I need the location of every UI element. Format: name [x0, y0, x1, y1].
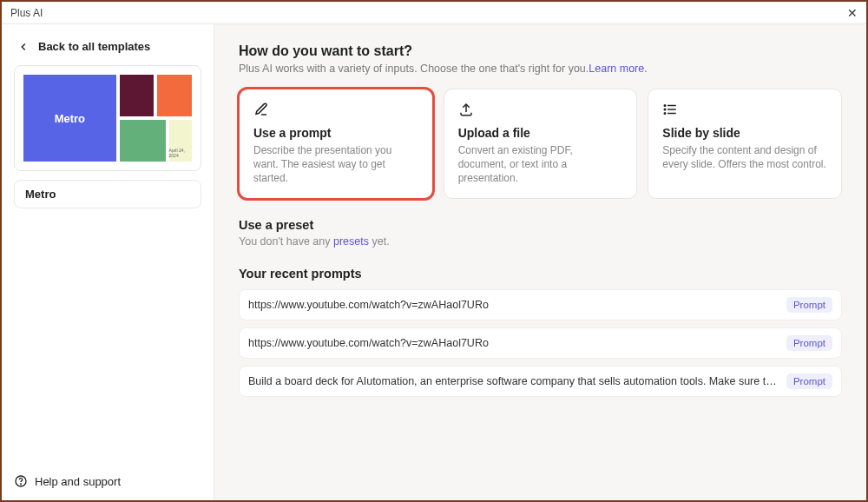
upload-icon — [458, 102, 474, 117]
preset-empty-text: You don't have any presets yet. — [239, 235, 842, 248]
svg-point-8 — [665, 113, 667, 115]
recent-prompt-item[interactable]: Build a board deck for AIutomation, an e… — [239, 366, 842, 397]
preset-section-title: Use a preset — [239, 218, 842, 232]
titlebar: Plus AI ✕ — [2, 2, 866, 24]
template-thumbnail: Metro April 24, 2024 — [23, 75, 192, 162]
thumbnail-tile: April 24, 2024 — [169, 120, 192, 162]
thumbnail-tile — [120, 75, 155, 116]
recent-section-title: Your recent prompts — [239, 267, 842, 281]
svg-point-1 — [21, 484, 22, 485]
template-name: Metro — [25, 188, 56, 201]
main-panel: How do you want to start? Plus AI works … — [214, 24, 866, 500]
back-to-templates-link[interactable]: Back to all templates — [14, 36, 201, 65]
start-option-cards: Use a prompt Describe the presentation y… — [239, 89, 842, 199]
thumbnail-tile — [120, 120, 166, 162]
recent-prompt-text: Build a board deck for AIutomation, an e… — [248, 375, 778, 387]
card-desc: Specify the content and design of every … — [662, 143, 827, 171]
help-and-support-link[interactable]: Help and support — [14, 474, 121, 488]
learn-more-link[interactable]: Learn more. — [589, 63, 647, 75]
thumbnail-tile — [157, 75, 192, 116]
page-heading: How do you want to start? — [239, 43, 842, 59]
card-desc: Convert an existing PDF, document, or te… — [458, 143, 623, 186]
option-card-upload-a-file[interactable]: Upload a file Convert an existing PDF, d… — [444, 89, 638, 199]
page-subheading: Plus AI works with a variety of inputs. … — [239, 63, 842, 75]
card-title: Slide by slide — [662, 126, 827, 140]
recent-prompt-text: https://www.youtube.com/watch?v=zwAHaol7… — [248, 299, 778, 311]
recent-prompt-text: https://www.youtube.com/watch?v=zwAHaol7… — [248, 337, 778, 349]
card-desc: Describe the presentation you want. The … — [253, 143, 418, 186]
prompt-badge[interactable]: Prompt — [786, 297, 832, 313]
prompt-badge[interactable]: Prompt — [786, 373, 832, 389]
svg-point-7 — [665, 109, 667, 110]
chevron-left-icon — [17, 41, 30, 53]
help-label: Help and support — [35, 475, 121, 488]
edit-icon — [253, 102, 269, 117]
template-thumbnail-card[interactable]: Metro April 24, 2024 — [14, 65, 201, 171]
presets-link[interactable]: presets — [333, 235, 369, 248]
recent-prompt-item[interactable]: https://www.youtube.com/watch?v=zwAHaol7… — [239, 327, 842, 359]
recent-prompt-item[interactable]: https://www.youtube.com/watch?v=zwAHaol7… — [239, 289, 842, 320]
back-link-label: Back to all templates — [38, 40, 150, 53]
sidebar: Back to all templates Metro April 24, 20… — [2, 24, 214, 500]
option-card-slide-by-slide[interactable]: Slide by slide Specify the content and d… — [648, 89, 842, 199]
template-name-card[interactable]: Metro — [14, 180, 201, 208]
card-title: Upload a file — [458, 126, 623, 140]
card-title: Use a prompt — [253, 126, 418, 140]
help-icon — [14, 474, 28, 488]
option-card-use-a-prompt[interactable]: Use a prompt Describe the presentation y… — [239, 89, 433, 199]
thumbnail-tile-main: Metro — [23, 75, 116, 162]
close-icon[interactable]: ✕ — [847, 6, 858, 20]
svg-point-6 — [665, 105, 667, 107]
app-title: Plus AI — [10, 7, 43, 19]
list-icon — [662, 102, 678, 117]
prompt-badge[interactable]: Prompt — [786, 335, 832, 351]
